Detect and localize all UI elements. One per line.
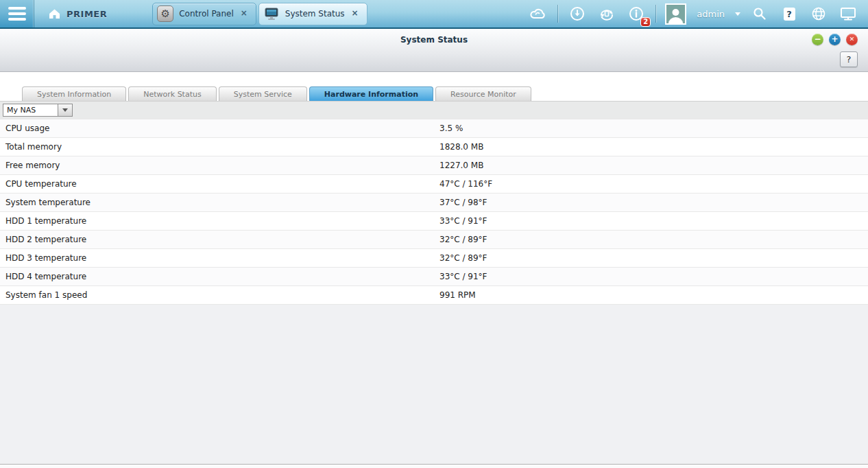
table-row: HDD 2 temperature 32°C / 89°F	[0, 231, 868, 249]
chevron-down-icon[interactable]	[58, 104, 73, 117]
nas-selector-row: My NAS	[0, 101, 868, 119]
window-title: System Status	[0, 35, 868, 45]
close-tab-icon[interactable]	[350, 9, 360, 19]
help-icon[interactable]: ?	[779, 3, 799, 24]
notifications-icon[interactable]: 2	[626, 3, 647, 24]
hardware-information-table: CPU usage 3.5 % Total memory 1828.0 MB F…	[0, 119, 868, 305]
table-row: HDD 4 temperature 33°C / 91°F	[0, 268, 868, 286]
home-button[interactable]: PRIMER	[34, 0, 118, 27]
tab-resource-monitor[interactable]: Resource Monitor	[435, 86, 531, 101]
desktop-icon[interactable]	[838, 3, 858, 24]
top-bar: PRIMER ⚙ Control Panel System	[0, 0, 868, 29]
content-tab-bar: System Information Network Status System…	[0, 72, 868, 101]
table-row: CPU usage 3.5 %	[0, 119, 868, 138]
username-label[interactable]: admin	[697, 9, 725, 19]
nas-selector-value: My NAS	[3, 104, 58, 117]
window-header: System Status ?	[0, 29, 868, 72]
close-tab-icon[interactable]	[239, 9, 249, 19]
tab-system-service[interactable]: System Service	[219, 86, 307, 101]
table-row: CPU temperature 47°C / 116°F	[0, 175, 868, 194]
system-status-window-body: System Information Network Status System…	[0, 72, 868, 465]
table-row: HDD 3 temperature 32°C / 89°F	[0, 249, 868, 268]
window-tab-system-status[interactable]: System Status	[258, 3, 367, 25]
hamburger-icon	[8, 12, 26, 15]
cloud-icon[interactable]	[528, 3, 548, 24]
main-menu-button[interactable]	[0, 0, 34, 27]
tab-network-status[interactable]: Network Status	[128, 86, 216, 101]
search-icon[interactable]	[749, 3, 770, 24]
nas-name-label: PRIMER	[67, 9, 107, 19]
qnap-desktop: PRIMER ⚙ Control Panel System	[0, 0, 868, 468]
background-task-icon[interactable]	[567, 3, 588, 24]
language-globe-icon[interactable]	[808, 3, 829, 24]
hamburger-icon	[8, 7, 26, 10]
divider	[557, 5, 558, 23]
notification-count-badge: 2	[640, 17, 651, 27]
tab-system-information[interactable]: System Information	[22, 86, 126, 101]
hamburger-icon	[8, 18, 26, 21]
table-row: Total memory 1828.0 MB	[0, 138, 868, 156]
close-button[interactable]	[846, 34, 858, 45]
window-tab-control-panel[interactable]: ⚙ Control Panel	[152, 3, 256, 25]
user-avatar[interactable]	[665, 3, 686, 25]
gear-icon: ⚙	[157, 5, 173, 22]
monitor-icon	[263, 6, 280, 21]
maximize-button[interactable]	[829, 34, 841, 45]
window-controls	[812, 34, 858, 45]
table-row: Free memory 1227.0 MB	[0, 156, 868, 175]
divider	[655, 5, 656, 23]
table-row: HDD 1 temperature 33°C / 91°F	[0, 212, 868, 231]
minimize-button[interactable]	[812, 34, 823, 45]
table-row: System fan 1 speed 991 RPM	[0, 286, 868, 305]
tab-hardware-information[interactable]: Hardware Information	[309, 86, 433, 101]
home-icon	[48, 8, 61, 20]
nas-selector-dropdown[interactable]: My NAS	[3, 104, 73, 117]
chevron-down-icon[interactable]	[735, 12, 740, 16]
table-row: System temperature 37°C / 98°F	[0, 194, 868, 212]
help-button[interactable]: ?	[840, 51, 858, 67]
sync-icon[interactable]	[596, 3, 617, 24]
topbar-actions: 2 admin ?	[528, 3, 868, 25]
open-window-tabs: ⚙ Control Panel System Status	[152, 3, 367, 25]
